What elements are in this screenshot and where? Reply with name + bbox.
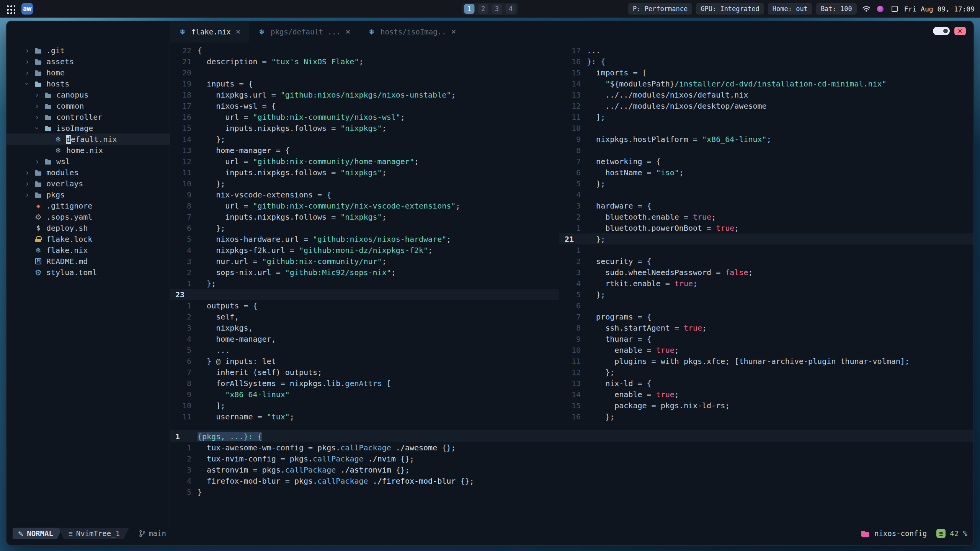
code-text: }; [581, 179, 605, 188]
line-number: 9 [559, 135, 581, 144]
tree-item-label: default.nix [66, 135, 117, 144]
tab-flake.nix[interactable]: flake.nix [170, 21, 249, 42]
line-number: 13 [170, 146, 191, 155]
tree-item-hosts[interactable]: hosts [7, 78, 170, 89]
line-number: 1 [559, 223, 581, 233]
project-folder-icon [861, 529, 870, 538]
code-line: 15 imports = [ [559, 67, 973, 78]
code-text: enable = true; [581, 390, 679, 399]
chevron-right-icon[interactable] [24, 168, 30, 177]
tree-item-label: stylua.toml [46, 268, 97, 277]
chevron-down-icon[interactable] [34, 124, 40, 132]
tree-buffer-icon [69, 529, 73, 538]
tab-close-icon[interactable] [235, 29, 241, 34]
tree-item-stylua.toml[interactable]: stylua.toml [7, 267, 170, 278]
line-number: 6 [559, 301, 581, 310]
chevron-down-icon[interactable] [24, 80, 30, 88]
folder-icon [34, 191, 42, 199]
tree-item-home.nix[interactable]: home.nix [7, 145, 170, 156]
window-close-button[interactable] [954, 27, 966, 35]
tree-item-.sops.yaml[interactable]: .sops.yaml [7, 211, 170, 222]
wifi-icon[interactable] [862, 4, 871, 13]
chevron-right-icon[interactable] [34, 102, 40, 110]
tab-label: pkgs/default ... [271, 28, 341, 36]
code-text: } @ inputs: let [191, 357, 276, 366]
tree-item-home[interactable]: home [7, 67, 170, 78]
tree-item-.git[interactable]: .git [7, 45, 170, 56]
line-number: 21 [170, 57, 191, 66]
workspace-2[interactable]: 2 [478, 4, 488, 14]
workspace-3[interactable]: 3 [492, 4, 502, 14]
tree-item-canopus[interactable]: canopus [7, 89, 170, 100]
line-number: 13 [559, 379, 581, 388]
line-number: 11 [559, 112, 581, 122]
color-dot-icon[interactable] [876, 4, 885, 13]
apps-grid-icon[interactable] [5, 4, 15, 14]
code-line: 1 [559, 245, 973, 256]
layout-icon[interactable] [890, 4, 899, 13]
chevron-right-icon[interactable] [34, 157, 40, 166]
code-text: inputs.nixpkgs.follows = "nixpkgs"; [191, 168, 387, 177]
tree-item-deploy.sh[interactable]: deploy.sh [7, 222, 170, 233]
tree-item-wsl[interactable]: wsl [7, 156, 170, 167]
code-line: 21 }; [559, 233, 973, 245]
chevron-right-icon[interactable] [24, 191, 30, 199]
line-number: 15 [559, 401, 581, 410]
nix-icon [34, 246, 42, 254]
workspace-4[interactable]: 4 [506, 4, 516, 14]
toggle-pill-button[interactable] [933, 27, 950, 35]
window-controls [933, 27, 966, 35]
tree-item-README.md[interactable]: README.md [7, 256, 170, 267]
tab-close-icon[interactable] [345, 29, 351, 34]
file-explorer[interactable]: .gitassetshomehostscanopuscommoncontroll… [7, 42, 170, 528]
git-icon [34, 202, 42, 210]
chevron-right-icon[interactable] [34, 91, 40, 99]
editor-pane-pkgs[interactable]: 1{pkgs, ...}: {1 tux-awesome-wm-config =… [170, 431, 973, 528]
line-number: 9 [170, 190, 191, 199]
tree-item-.gitignore[interactable]: .gitignore [7, 200, 170, 211]
tree-item-common[interactable]: common [7, 100, 170, 111]
code-text: rtkit.enable = true; [581, 279, 697, 288]
code-text: }; [581, 290, 605, 299]
code-text: outputs = { [191, 301, 258, 310]
mode-label: NORMAL [27, 529, 53, 538]
awesome-logo-icon[interactable]: aw [21, 3, 33, 15]
code-text: nur.url = "github:nix-community/nur"; [191, 257, 387, 266]
code-line: 16 url = "github:nix-community/nixos-wsl… [170, 111, 559, 122]
tree-item-flake.lock[interactable]: flake.lock [7, 233, 170, 245]
code-line: 9 thunar = { [559, 333, 973, 344]
tree-item-pkgs[interactable]: pkgs [7, 189, 170, 200]
tree-item-flake.nix[interactable]: flake.nix [7, 245, 170, 256]
tree-item-overlays[interactable]: overlays [7, 178, 170, 189]
chevron-right-icon[interactable] [34, 113, 40, 121]
pencil-icon [18, 529, 23, 538]
code-line: 1{pkgs, ...}: { [170, 431, 973, 442]
markdown-icon [34, 257, 42, 266]
tab-hosts/isoImag..[interactable]: hosts/isoImag.. [359, 21, 465, 42]
tree-item-assets[interactable]: assets [7, 56, 170, 67]
chevron-right-icon[interactable] [24, 57, 30, 66]
line-number: 4 [559, 279, 581, 288]
tree-item-default.nix[interactable]: default.nix [7, 134, 170, 145]
chevron-right-icon[interactable] [24, 179, 30, 188]
code-text: { [191, 46, 202, 55]
line-number: 3 [559, 201, 581, 210]
tab-pkgs/default ...[interactable]: pkgs/default ... [249, 21, 359, 42]
editor-pane-iso[interactable]: 17...16}: {15 imports = [14 "${modulesPa… [559, 45, 973, 430]
tree-item-controller[interactable]: controller [7, 111, 170, 122]
line-number: 4 [170, 246, 191, 255]
tree-item-label: assets [46, 57, 74, 66]
code-line: 20 [170, 67, 559, 78]
tab-close-icon[interactable] [451, 29, 456, 34]
workspace-1[interactable]: 1 [464, 4, 475, 14]
chevron-right-icon[interactable] [24, 46, 30, 55]
tree-item-modules[interactable]: modules [7, 167, 170, 178]
editor-pane-flake[interactable]: 22{21 description = "tux's NixOS Flake";… [170, 45, 559, 430]
line-number: 17 [559, 46, 581, 55]
code-line: 18 nixpkgs.url = "github:nixos/nixpkgs/n… [170, 89, 559, 100]
line-number: 22 [170, 46, 191, 55]
tree-item-label: common [56, 101, 84, 111]
code-line: 5 ... [170, 344, 559, 355]
tree-item-isoImage[interactable]: isoImage [7, 122, 170, 134]
chevron-right-icon[interactable] [24, 68, 30, 77]
